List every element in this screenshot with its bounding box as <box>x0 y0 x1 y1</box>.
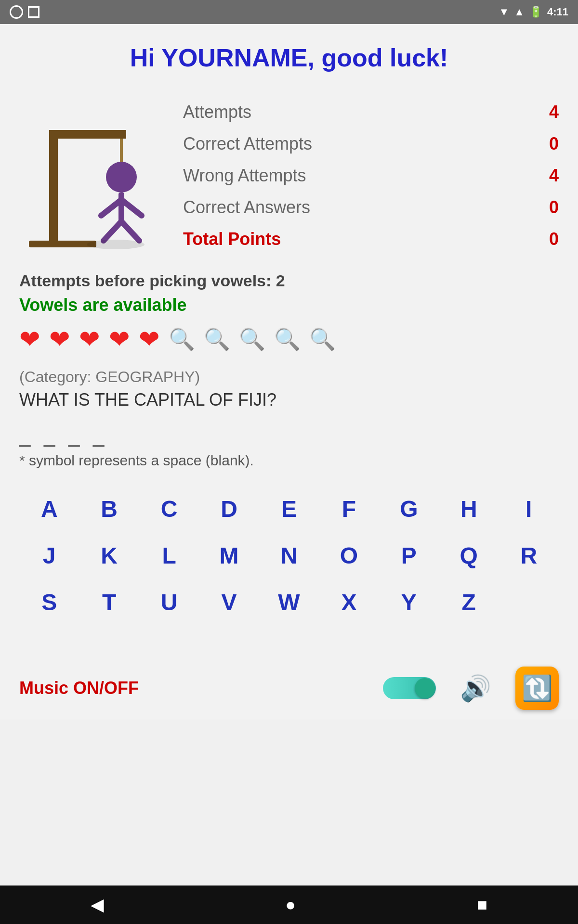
key-R[interactable]: R <box>499 535 559 577</box>
svg-point-10 <box>87 240 144 249</box>
circle-status-icon <box>10 5 23 19</box>
keyboard-row-1: A B C D E F G H I <box>19 488 559 530</box>
bottom-bar: Music ON/OFF 🔊 🔃 <box>0 657 578 719</box>
svg-point-4 <box>106 162 137 192</box>
magnifier-2: 🔍 <box>204 327 230 352</box>
toggle-track[interactable] <box>383 677 436 699</box>
key-E[interactable]: E <box>259 488 319 530</box>
status-bar-right: ▼ ▲ 🔋 4:11 <box>499 6 568 18</box>
svg-rect-0 <box>29 241 96 247</box>
info-section: Attempts before picking vowels: 2 Vowels… <box>19 271 559 315</box>
key-Q[interactable]: Q <box>439 535 499 577</box>
key-F[interactable]: F <box>319 488 379 530</box>
recent-button[interactable]: ■ <box>477 895 487 915</box>
music-toggle[interactable] <box>383 677 436 699</box>
wrong-attempts-label: Wrong Attempts <box>183 166 306 186</box>
hangman-figure <box>19 91 164 257</box>
key-H[interactable]: H <box>439 488 499 530</box>
wifi-icon: ▼ <box>499 6 509 18</box>
heart-3: ❤ <box>79 325 100 354</box>
heart-5: ❤ <box>139 325 160 354</box>
svg-rect-2 <box>49 130 126 139</box>
status-bar-left <box>10 5 39 19</box>
hint-text: * symbol represents a space (blank). <box>19 452 559 469</box>
keyboard: A B C D E F G H I J K L M N O P Q R S T … <box>19 488 559 623</box>
toggle-thumb <box>415 678 435 698</box>
correct-attempts-value: 0 <box>539 134 559 154</box>
wrong-attempts-value: 4 <box>539 166 559 186</box>
heart-1: ❤ <box>19 325 40 354</box>
game-area: Attempts 4 Correct Attempts 0 Wrong Atte… <box>19 91 559 257</box>
key-T[interactable]: T <box>79 581 139 623</box>
svg-line-9 <box>121 221 139 241</box>
lives-row: ❤ ❤ ❤ ❤ ❤ 🔍 🔍 🔍 🔍 🔍 <box>19 325 559 354</box>
refresh-icon: 🔃 <box>522 674 553 703</box>
total-points-row: Total Points 0 <box>183 223 559 255</box>
correct-attempts-label: Correct Attempts <box>183 134 312 154</box>
square-status-icon <box>28 6 39 18</box>
key-P[interactable]: P <box>379 535 439 577</box>
attempts-value: 4 <box>539 102 559 122</box>
key-U[interactable]: U <box>139 581 199 623</box>
magnifier-5: 🔍 <box>309 327 336 352</box>
key-O[interactable]: O <box>319 535 379 577</box>
attempts-label: Attempts <box>183 102 251 122</box>
vowels-available-text: Vowels are available <box>19 295 559 315</box>
svg-rect-3 <box>120 139 123 163</box>
correct-answers-value: 0 <box>539 197 559 218</box>
key-M[interactable]: M <box>199 535 259 577</box>
key-W[interactable]: W <box>259 581 319 623</box>
refresh-button[interactable]: 🔃 <box>515 667 559 710</box>
correct-answers-row: Correct Answers 0 <box>183 192 559 223</box>
question-text: WHAT IS THE CAPITAL OF FIJI? <box>19 390 559 410</box>
total-points-label: Total Points <box>183 229 281 249</box>
key-I[interactable]: I <box>499 488 559 530</box>
key-Y[interactable]: Y <box>379 581 439 623</box>
magnifier-4: 🔍 <box>274 327 301 352</box>
back-button[interactable]: ◀ <box>91 895 104 915</box>
heart-2: ❤ <box>49 325 70 354</box>
key-N[interactable]: N <box>259 535 319 577</box>
stats-panel: Attempts 4 Correct Attempts 0 Wrong Atte… <box>183 91 559 255</box>
key-S[interactable]: S <box>19 581 79 623</box>
answer-blanks: _ _ _ _ <box>19 424 559 448</box>
total-points-value: 0 <box>539 229 559 249</box>
key-K[interactable]: K <box>79 535 139 577</box>
attempts-row: Attempts 4 <box>183 96 559 128</box>
svg-rect-5 <box>118 192 124 221</box>
svg-line-7 <box>121 200 142 216</box>
key-A[interactable]: A <box>19 488 79 530</box>
nav-bar: ◀ ● ■ <box>0 886 578 924</box>
heart-4: ❤ <box>109 325 130 354</box>
keyboard-row-3: S T U V W X Y Z <box>19 581 559 623</box>
key-G[interactable]: G <box>379 488 439 530</box>
music-label: Music ON/OFF <box>19 678 368 698</box>
volume-icon[interactable]: 🔊 <box>460 674 491 703</box>
magnifier-3: 🔍 <box>239 327 265 352</box>
correct-answers-label: Correct Answers <box>183 197 310 218</box>
main-content: Hi YOURNAME, good luck! <box>0 24 578 657</box>
key-X[interactable]: X <box>319 581 379 623</box>
correct-attempts-row: Correct Attempts 0 <box>183 128 559 160</box>
category-text: (Category: GEOGRAPHY) <box>19 368 559 386</box>
wrong-attempts-row: Wrong Attempts 4 <box>183 160 559 192</box>
status-bar: ▼ ▲ 🔋 4:11 <box>0 0 578 24</box>
hangman-svg <box>19 91 164 255</box>
svg-line-8 <box>104 221 121 241</box>
key-V[interactable]: V <box>199 581 259 623</box>
keyboard-row-2: J K L M N O P Q R <box>19 535 559 577</box>
home-button[interactable]: ● <box>285 895 296 915</box>
key-B[interactable]: B <box>79 488 139 530</box>
key-C[interactable]: C <box>139 488 199 530</box>
page-title: Hi YOURNAME, good luck! <box>19 43 559 72</box>
svg-rect-1 <box>49 130 58 242</box>
key-Z[interactable]: Z <box>439 581 499 623</box>
time-display: 4:11 <box>547 6 568 18</box>
battery-icon: 🔋 <box>529 6 542 18</box>
key-L[interactable]: L <box>139 535 199 577</box>
magnifier-1: 🔍 <box>169 327 195 352</box>
svg-line-6 <box>101 200 121 216</box>
key-D[interactable]: D <box>199 488 259 530</box>
key-J[interactable]: J <box>19 535 79 577</box>
attempts-before-vowels: Attempts before picking vowels: 2 <box>19 271 559 290</box>
